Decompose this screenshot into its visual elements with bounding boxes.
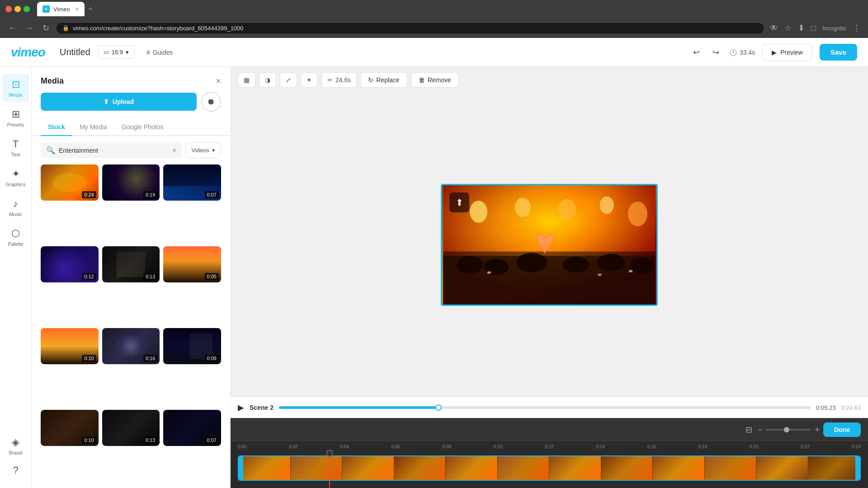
sidebar-item-help[interactable]: ? xyxy=(2,460,29,481)
timeline-playhead[interactable] xyxy=(329,452,330,488)
media-thumb-7[interactable]: 0:16 xyxy=(102,328,160,364)
media-grid: 0:24 0:19 0:07 xyxy=(32,164,230,488)
ruler-mark-9: 0:18 xyxy=(698,444,707,449)
fullscreen-btn[interactable]: ⤢ xyxy=(280,72,297,88)
zoom-out-btn[interactable]: − xyxy=(758,425,763,435)
scene-progress-thumb[interactable] xyxy=(435,404,442,411)
bookmark-icon[interactable]: ☆ xyxy=(783,21,793,35)
media-thumb-5[interactable]: 0:05 xyxy=(163,246,221,282)
thumb-duration-10: 0:13 xyxy=(143,436,157,444)
record-btn[interactable]: ⏺ xyxy=(201,92,221,112)
timeline-clip[interactable] xyxy=(238,455,861,481)
window-close-btn[interactable] xyxy=(5,6,12,12)
guides-btn[interactable]: # Guides xyxy=(142,46,177,59)
clip-end-handle[interactable] xyxy=(855,456,860,480)
tab-my-media[interactable]: My Media xyxy=(72,119,114,136)
eye-off-icon[interactable]: 👁 xyxy=(768,22,780,35)
thumb-duration-0: 0:24 xyxy=(82,191,96,198)
svg-point-5 xyxy=(599,196,613,214)
media-thumb-3[interactable]: 0:12 xyxy=(41,246,99,282)
magic-icon: ✦ xyxy=(307,76,312,84)
forward-btn[interactable]: → xyxy=(23,22,36,35)
search-icon: 🔍 xyxy=(46,146,55,155)
tab-google-photos[interactable]: Google Photos xyxy=(114,119,171,136)
sidebar-item-music[interactable]: ♪ Music xyxy=(2,193,29,221)
text-icon: T xyxy=(13,138,19,150)
timeline-track[interactable] xyxy=(231,452,868,488)
sidebar-item-graphics[interactable]: ✦ Graphics xyxy=(2,164,29,192)
sidebar-item-brand[interactable]: ◈ Brand xyxy=(2,432,29,460)
replace-btn[interactable]: ↻ Replace xyxy=(360,72,407,88)
grid-view-btn[interactable]: ▦ xyxy=(238,72,255,88)
window-max-btn[interactable] xyxy=(24,6,30,12)
clip-start-handle[interactable] xyxy=(239,456,243,480)
timeline-area: ⊟ − + Done 0:00 0:02 0:04 0 xyxy=(231,418,868,488)
canvas-video[interactable]: ⬆ xyxy=(441,184,658,306)
scene-progress-track[interactable] xyxy=(279,406,811,409)
browser-tab-vimeo[interactable]: V Vimeo × xyxy=(37,2,85,16)
tab-stock[interactable]: Stock xyxy=(41,119,72,136)
sidebar-item-presets[interactable]: ⊞ Presets xyxy=(2,104,29,132)
upload-btn[interactable]: ⬆ Upload xyxy=(41,93,197,111)
aspect-ratio-btn[interactable]: ▭ 16:9 ▾ xyxy=(98,46,135,59)
back-btn[interactable]: ← xyxy=(5,22,19,35)
window-min-btn[interactable] xyxy=(14,6,21,12)
new-tab-btn[interactable]: + xyxy=(88,5,93,14)
media-thumb-8[interactable]: 0:09 xyxy=(163,328,221,364)
preview-btn[interactable]: ▶ Preview xyxy=(762,44,812,61)
scene-bar: ▶ Scene 2 0:05.23 0:24.63 xyxy=(231,397,868,418)
effects-btn[interactable]: ✦ xyxy=(301,72,318,88)
record-icon: ⏺ xyxy=(207,97,215,107)
play-scene-btn[interactable]: ▶ xyxy=(238,403,244,413)
svg-point-8 xyxy=(457,256,483,273)
svg-point-13 xyxy=(630,258,655,273)
media-thumb-9[interactable]: 0:10 xyxy=(41,410,99,446)
svg-point-4 xyxy=(558,199,576,220)
media-thumb-0[interactable]: 0:24 xyxy=(41,164,99,201)
zoom-track[interactable] xyxy=(766,429,811,431)
duration-btn[interactable]: ✂ 24.6s xyxy=(321,72,357,88)
thumb-duration-6: 0:10 xyxy=(82,355,96,362)
media-thumb-1[interactable]: 0:19 xyxy=(102,164,160,201)
svg-point-2 xyxy=(470,201,487,223)
address-bar[interactable]: 🔒 vimeo.com/create/customize?hash=storyb… xyxy=(56,22,764,34)
sidebar-item-media[interactable]: ⊡ Media xyxy=(2,74,29,102)
media-thumb-6[interactable]: 0:10 xyxy=(41,328,99,364)
timer-display: 🕐 33.4s xyxy=(729,49,755,56)
media-thumb-4[interactable]: 0:13 xyxy=(102,246,160,282)
browser-chrome: V Vimeo × + ← → ↻ 🔒 vimeo.com/create/cus… xyxy=(0,0,868,38)
refresh-btn[interactable]: ↻ xyxy=(40,21,52,35)
vimeo-logo[interactable]: vimeo xyxy=(11,45,45,60)
download-icon[interactable]: ⬇ xyxy=(796,21,807,35)
split-btn[interactable]: ⊟ xyxy=(744,423,754,436)
filter-btn[interactable]: Videos ▾ xyxy=(185,142,221,158)
sidebar-item-palette[interactable]: ⬡ Palette xyxy=(2,223,29,251)
project-title[interactable]: Untitled xyxy=(60,47,90,57)
upload-row: ⬆ Upload ⏺ xyxy=(32,92,230,119)
color-btn[interactable]: ◑ xyxy=(259,72,276,88)
redo-btn[interactable]: ↪ xyxy=(710,45,722,60)
remove-btn[interactable]: 🗑 Remove xyxy=(411,72,459,88)
undo-btn[interactable]: ↩ xyxy=(690,45,703,60)
media-thumb-10[interactable]: 0:13 xyxy=(102,410,160,446)
ruler-mark-0: 0:00 xyxy=(238,444,246,449)
media-thumb-11[interactable]: 0:07 xyxy=(163,410,221,446)
svg-rect-15 xyxy=(598,274,602,276)
save-btn[interactable]: Save xyxy=(820,44,857,61)
zoom-thumb[interactable] xyxy=(784,427,789,432)
media-thumb-2[interactable]: 0:07 xyxy=(163,164,221,201)
search-clear-btn[interactable]: × xyxy=(172,146,176,155)
ruler-mark-4: 0:08 xyxy=(443,444,451,449)
menu-icon[interactable]: ⋮ xyxy=(851,21,863,35)
extension-icon[interactable]: □ xyxy=(809,22,818,35)
close-media-panel-btn[interactable]: × xyxy=(216,76,221,86)
ruler-mark-1: 0:02 xyxy=(289,444,297,449)
tab-close-btn[interactable]: × xyxy=(75,5,79,13)
guides-label: Guides xyxy=(153,49,173,56)
playhead-handle[interactable] xyxy=(326,450,333,456)
zoom-in-btn[interactable]: + xyxy=(815,425,820,435)
media-panel-title: Media xyxy=(41,76,64,86)
sidebar-item-text[interactable]: T Text xyxy=(2,134,29,162)
done-btn[interactable]: Done xyxy=(823,422,861,437)
search-filter-row: 🔍 Entertainment × Videos ▾ xyxy=(32,136,230,164)
